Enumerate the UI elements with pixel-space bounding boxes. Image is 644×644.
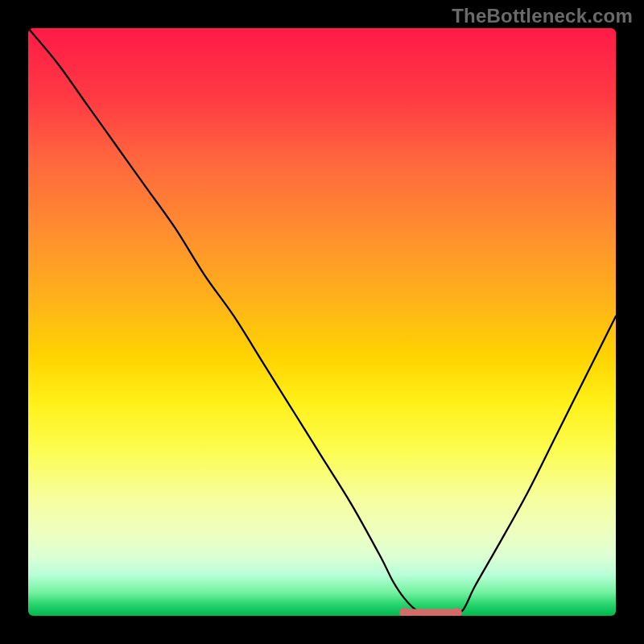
main-curve	[28, 28, 616, 616]
chart-frame: TheBottleneck.com	[0, 0, 644, 644]
watermark-text: TheBottleneck.com	[452, 5, 633, 27]
plot-area	[28, 28, 616, 616]
bottleneck-curve	[28, 28, 616, 616]
